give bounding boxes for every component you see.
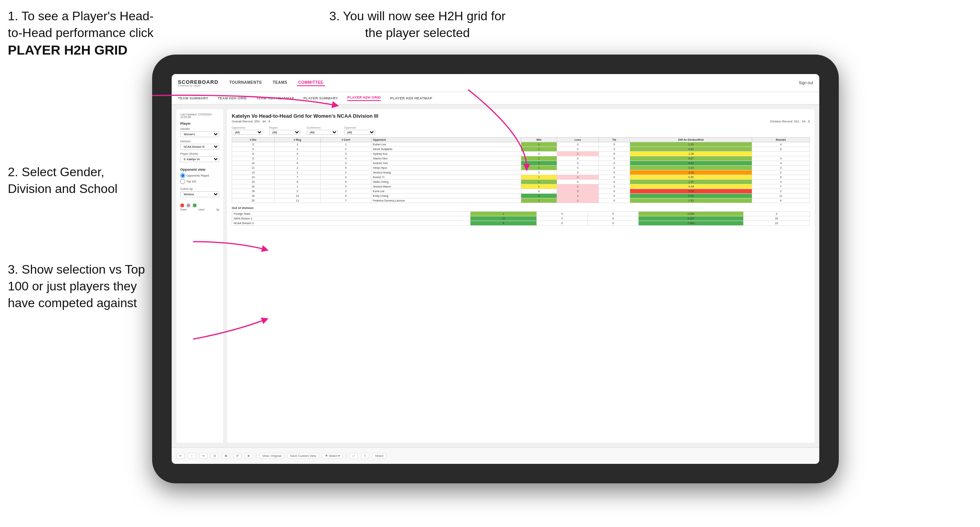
toolbar-save-custom[interactable]: Save Custom View [287, 453, 319, 459]
sec-nav-player-h2h-grid[interactable]: PLAYER H2H GRID [347, 95, 381, 101]
top-nav: SCOREBOARD Powered by clippd TOURNAMENTS… [172, 74, 819, 92]
instruction-bot-left: 3. Show selection vs Top 100 or just pla… [8, 261, 148, 312]
nav-tournaments[interactable]: TOURNAMENTS [228, 80, 263, 86]
filter-region-select[interactable]: (All) [269, 130, 300, 135]
nav-items: TOURNAMENTS TEAMS COMMITTEE [228, 80, 799, 86]
main-content: Last Updated: 27/03/2024 16:55:38 Player… [172, 104, 819, 447]
col-loss: Loss [557, 138, 598, 142]
legend-dot-level [186, 203, 190, 207]
legend-dot-up [193, 203, 197, 207]
sec-nav-team-h2h-heatmap[interactable]: TEAM H2H HEATMAP [256, 96, 294, 100]
toolbar-redo[interactable]: ↪ [199, 453, 208, 459]
overall-record: Overall Record: 353 - 34 - 6 [232, 120, 270, 123]
right-content: Katelyn Vo Head-to-Head Grid for Women's… [227, 109, 815, 443]
secondary-nav: TEAM SUMMARY TEAM H2H GRID TEAM H2H HEAT… [172, 92, 819, 104]
logo-area: SCOREBOARD Powered by clippd [178, 79, 218, 87]
toolbar-back[interactable]: ← [188, 453, 196, 459]
filter-region: Region (All) [269, 126, 300, 135]
bottom-toolbar: ↩ ← ↪ ⊡ ⊠ ↺ ⊕ View: Original Save Custom… [172, 447, 819, 464]
toolbar-view-original[interactable]: View: Original [259, 453, 284, 459]
sign-out-link[interactable]: Sign out [799, 81, 813, 85]
sidebar-radio-group: Opponents Played Top 100 [180, 173, 219, 184]
filter-conference-label: Conference [307, 126, 338, 129]
grid-title: Katelyn Vo Head-to-Head Grid for Women's… [232, 113, 810, 119]
sidebar-colour-select[interactable]: Win/loss [180, 191, 219, 197]
table-row: 19 [232, 194, 275, 198]
filter-conference: Conference (All) [307, 126, 338, 135]
sec-nav-player-summary[interactable]: PLAYER SUMMARY [304, 96, 338, 100]
filter-opponent-select[interactable]: (All) [344, 130, 375, 135]
filter-opponents: Opponents: (All) [232, 126, 263, 135]
records-row: Overall Record: 353 - 34 - 6 Division Re… [232, 120, 810, 123]
toolbar-sort[interactable]: ↓↑ [349, 453, 358, 459]
col-rounds: Rounds [752, 138, 810, 142]
sidebar-radio-opponents[interactable]: Opponents Played [180, 173, 219, 178]
table-row: 11 [232, 166, 275, 170]
division-record: Division Record: 331 - 34 - 6 [771, 120, 810, 123]
tablet-frame: SCOREBOARD Powered by clippd TOURNAMENTS… [152, 55, 839, 483]
sidebar-opponent-view-title: Opponent view [180, 168, 219, 172]
tablet-screen: SCOREBOARD Powered by clippd TOURNAMENTS… [172, 74, 819, 464]
toolbar-share[interactable]: Share [372, 453, 386, 459]
colour-legend [180, 203, 219, 207]
filter-conference-select[interactable]: (All) [307, 130, 338, 135]
sec-nav-team-h2h-grid[interactable]: TEAM H2H GRID [218, 96, 247, 100]
h2h-table: # Div # Reg # Conf Opponent Win Loss Tie… [232, 137, 810, 203]
sidebar-gender-label: Gender [180, 127, 219, 131]
sidebar-gender-select[interactable]: Women's [180, 131, 219, 137]
sidebar-timestamp: Last Updated: 27/03/2024 16:55:38 [180, 113, 219, 118]
sec-nav-player-h2h-heatmap[interactable]: PLAYER H2H HEATMAP [390, 96, 432, 100]
nav-right: Sign out [799, 81, 813, 85]
nav-committee[interactable]: COMMITTEE [297, 80, 325, 86]
col-reg: # Reg [274, 138, 320, 142]
table-row: 5 [232, 147, 275, 152]
table-row: 20 [232, 198, 275, 203]
sidebar-colour-label: Colour by [180, 187, 219, 191]
sec-nav-team-summary[interactable]: TEAM SUMMARY [178, 96, 208, 100]
table-row: 18 [232, 189, 275, 194]
col-win: Win [521, 138, 557, 142]
left-sidebar: Last Updated: 27/03/2024 16:55:38 Player… [176, 109, 223, 443]
sidebar-player-rank-select[interactable]: 8. Katelyn Vo [180, 156, 219, 162]
toolbar-filter[interactable]: ⊠ [222, 453, 230, 459]
filter-opponent: Opponent (All) [344, 126, 375, 135]
sidebar-player-title: Player [180, 122, 219, 126]
filter-opponents-label: Opponents: [232, 126, 263, 129]
filter-opponents-select[interactable]: (All) [232, 130, 263, 135]
toolbar-upload[interactable]: ⇧ [361, 453, 369, 459]
sidebar-division-label: Division [180, 140, 219, 143]
col-tie: Tie [598, 138, 630, 142]
table-row: 13 [232, 170, 275, 175]
sidebar-radio-top100[interactable]: Top 100 [180, 179, 219, 184]
out-of-division-table: Foreign Team 1 0 0 4.500 2 NAIA Division… [232, 211, 810, 226]
col-diff: Diff Av Strokes/Rnd [630, 138, 752, 142]
toolbar-add[interactable]: ⊕ [245, 453, 253, 459]
col-conf: # Conf [320, 138, 371, 142]
filter-row: Opponents: (All) Region (All) Conference… [232, 126, 810, 135]
toolbar-refresh[interactable]: ↺ [233, 453, 241, 459]
table-row: 15 [232, 180, 275, 184]
col-div: # Div [232, 138, 275, 142]
instruction-mid-left: 2. Select Gender, Division and School [8, 164, 148, 197]
toolbar-separator-2 [346, 453, 346, 459]
filter-opponent-label: Opponent [344, 126, 375, 129]
filter-region-label: Region [269, 126, 300, 129]
out-of-division-header: Out of division [232, 206, 810, 210]
table-row: 16 [232, 184, 275, 189]
table-row: 10 [232, 161, 275, 166]
table-row: 14 [232, 175, 275, 180]
legend-dot-down [180, 203, 184, 207]
toolbar-watch[interactable]: 👁 Watch ▾ [322, 453, 343, 459]
legend-labels: Down Level Up [180, 208, 219, 211]
nav-teams[interactable]: TEAMS [271, 80, 289, 86]
sidebar-player-rank-label: Player (Rank) [180, 152, 219, 156]
table-row: 9 [232, 156, 275, 161]
sidebar-division-select[interactable]: NCAA Division III [180, 144, 219, 150]
col-opponent: Opponent [371, 138, 521, 142]
instruction-top-right: 3. You will now see H2H grid for the pla… [320, 8, 515, 41]
table-row: 6 [232, 152, 275, 156]
toolbar-separator-1 [256, 453, 256, 459]
instruction-top-left: 1. To see a Player's Head-to-Head perfor… [8, 8, 156, 59]
toolbar-grid[interactable]: ⊡ [211, 453, 219, 459]
toolbar-undo[interactable]: ↩ [176, 453, 185, 459]
